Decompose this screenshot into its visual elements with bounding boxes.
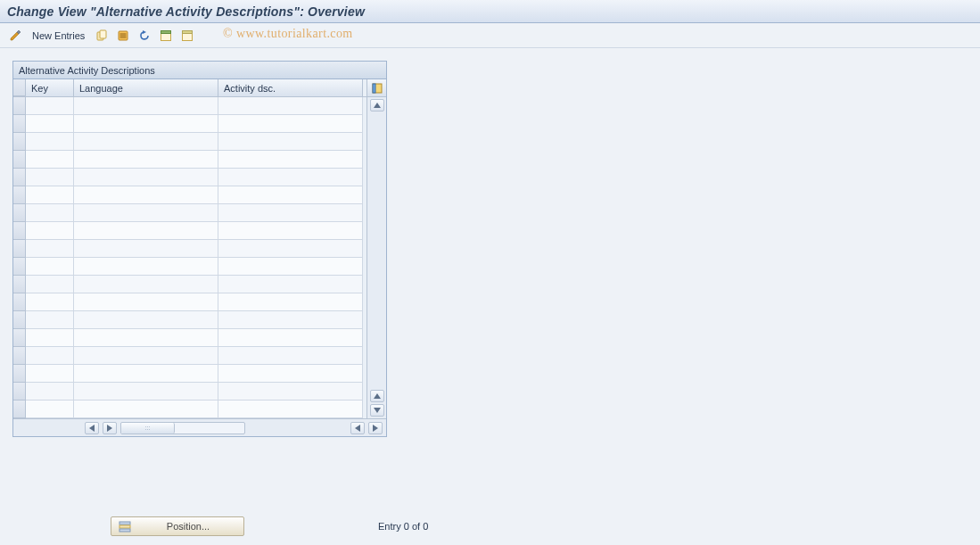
cell-language[interactable] — [74, 97, 218, 115]
cell-key[interactable] — [26, 400, 74, 418]
cell-key[interactable] — [26, 293, 74, 311]
cell-activity-dsc[interactable] — [218, 240, 363, 258]
row-selector[interactable] — [13, 329, 26, 347]
hscroll-right-end-button[interactable] — [368, 422, 383, 434]
row-selector[interactable] — [13, 365, 26, 383]
svg-marker-15 — [374, 408, 381, 413]
cell-activity-dsc[interactable] — [218, 347, 363, 365]
col-header-key[interactable]: Key — [26, 79, 74, 96]
row-selector[interactable] — [13, 222, 26, 240]
cell-language[interactable] — [74, 222, 218, 240]
hscroll-track[interactable]: ::: — [120, 422, 245, 434]
cell-language[interactable] — [74, 258, 218, 276]
row-selector[interactable] — [13, 133, 26, 151]
cell-key[interactable] — [26, 169, 74, 186]
cell-key[interactable] — [26, 347, 74, 365]
row-selector[interactable] — [13, 151, 26, 169]
cell-language[interactable] — [74, 276, 218, 293]
hscroll-thumb[interactable]: ::: — [121, 423, 175, 434]
row-selector[interactable] — [13, 169, 26, 186]
cell-key[interactable] — [26, 383, 74, 400]
position-button[interactable]: Position... — [111, 516, 244, 536]
select-all-button[interactable] — [158, 28, 174, 44]
cell-language[interactable] — [74, 151, 218, 169]
position-label: Position... — [140, 521, 236, 532]
copy-as-button[interactable] — [94, 28, 110, 44]
scroll-down-button-2[interactable] — [370, 404, 384, 417]
display-change-button[interactable] — [7, 28, 23, 44]
cell-activity-dsc[interactable] — [218, 186, 363, 204]
cell-language[interactable] — [74, 186, 218, 204]
cell-activity-dsc[interactable] — [218, 115, 363, 133]
delete-button[interactable] — [115, 28, 131, 44]
col-header-activity-dsc[interactable]: Activity dsc. — [218, 79, 363, 96]
table-settings-button[interactable] — [367, 79, 386, 97]
cell-language — [74, 383, 218, 400]
col-header-language[interactable]: Language — [74, 79, 218, 96]
cell-key[interactable] — [26, 365, 74, 383]
cell-language[interactable] — [74, 115, 218, 133]
cell-language[interactable] — [74, 400, 218, 418]
row-selector[interactable] — [13, 240, 26, 258]
cell-language[interactable] — [74, 204, 218, 222]
cell-activity-dsc[interactable] — [218, 258, 363, 276]
cell-key[interactable] — [26, 311, 74, 329]
table-row — [13, 400, 366, 418]
cell-language[interactable] — [74, 347, 218, 365]
hscroll-left-end-button[interactable] — [350, 422, 365, 434]
cell-key[interactable] — [26, 151, 74, 169]
cell-activity-dsc[interactable] — [218, 222, 363, 240]
scroll-down-button[interactable] — [370, 390, 384, 402]
cell-language[interactable] — [74, 133, 218, 151]
deselect-all-button[interactable] — [179, 28, 195, 44]
cell-key[interactable] — [26, 97, 74, 115]
cell-language[interactable] — [74, 293, 218, 311]
cell-activity-dsc[interactable] — [218, 151, 363, 169]
cell-key[interactable] — [26, 204, 74, 222]
cell-key[interactable] — [26, 186, 74, 204]
row-selector[interactable] — [13, 258, 26, 276]
row-selector-header[interactable] — [13, 79, 26, 96]
cell-key[interactable] — [26, 240, 74, 258]
cell-activity-dsc[interactable] — [218, 169, 363, 186]
cell-activity-dsc[interactable] — [218, 276, 363, 293]
row-selector[interactable] — [13, 186, 26, 204]
scroll-up-button[interactable] — [370, 99, 384, 111]
cell-activity-dsc[interactable] — [218, 329, 363, 347]
hscroll-right-button[interactable] — [103, 422, 117, 434]
cell-activity-dsc[interactable] — [218, 311, 363, 329]
cell-language[interactable] — [74, 240, 218, 258]
cell-key[interactable] — [26, 222, 74, 240]
cell-activity-dsc[interactable] — [218, 365, 363, 383]
row-selector[interactable] — [13, 400, 26, 418]
cell-language[interactable] — [74, 311, 218, 329]
cell-activity-dsc[interactable] — [218, 133, 363, 151]
cell-key[interactable] — [26, 258, 74, 276]
hscroll-left-button[interactable] — [85, 422, 99, 434]
cell-key[interactable] — [26, 115, 74, 133]
undo-change-button[interactable] — [136, 28, 152, 44]
row-selector[interactable] — [13, 276, 26, 293]
row-selector[interactable] — [13, 293, 26, 311]
cell-activity-dsc[interactable] — [218, 204, 363, 222]
new-entries-button[interactable]: New Entries — [29, 29, 88, 43]
row-selector[interactable] — [13, 97, 26, 115]
cell-activity-dsc[interactable] — [218, 400, 363, 418]
grid-wrap: Key Language Activity dsc. — [13, 79, 386, 418]
cell-key[interactable] — [26, 276, 74, 293]
table-row — [13, 329, 366, 347]
svg-marker-17 — [107, 425, 112, 432]
cell-activity-dsc[interactable] — [218, 293, 363, 311]
row-selector[interactable] — [13, 347, 26, 365]
cell-language[interactable] — [74, 329, 218, 347]
row-selector[interactable] — [13, 204, 26, 222]
cell-key[interactable] — [26, 133, 74, 151]
row-selector[interactable] — [13, 383, 26, 400]
cell-activity-dsc[interactable] — [218, 383, 363, 400]
row-selector[interactable] — [13, 311, 26, 329]
cell-key[interactable] — [26, 329, 74, 347]
cell-language[interactable] — [74, 169, 218, 186]
cell-activity-dsc[interactable] — [218, 97, 363, 115]
cell-language[interactable] — [74, 365, 218, 383]
row-selector[interactable] — [13, 115, 26, 133]
